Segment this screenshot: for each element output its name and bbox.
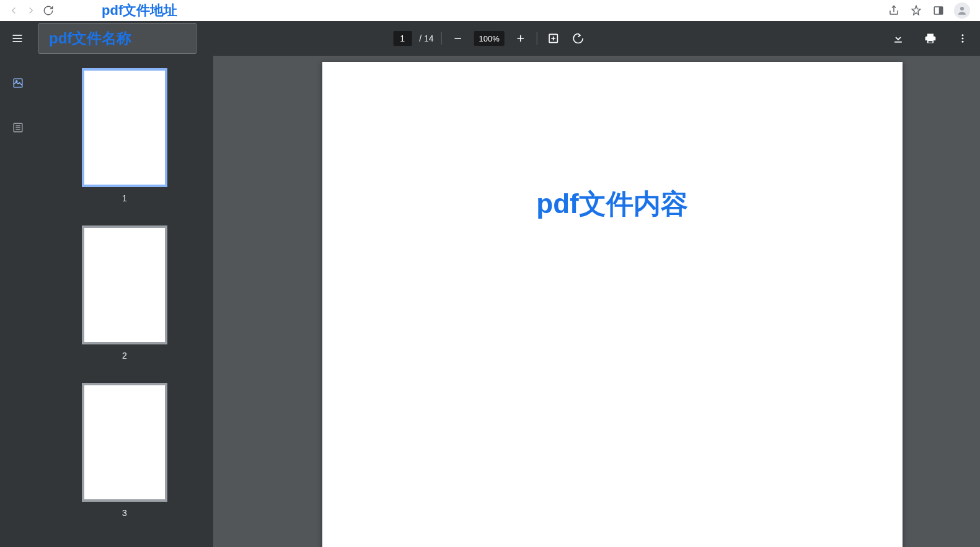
browser-chrome: pdf文件地址 (0, 0, 980, 21)
svg-point-11 (962, 34, 964, 36)
svg-point-13 (962, 41, 964, 43)
bookmark-icon[interactable] (909, 4, 923, 17)
page-sheet: pdf文件内容 (322, 62, 903, 547)
tool-rail (0, 56, 36, 547)
thumbnail-page (82, 68, 167, 187)
back-button[interactable] (5, 2, 22, 19)
more-button[interactable] (954, 30, 971, 47)
divider (441, 32, 442, 45)
page-view[interactable]: pdf文件内容 (213, 56, 980, 547)
forward-button[interactable] (22, 2, 40, 19)
zoom-out-button[interactable] (449, 30, 467, 47)
thumbnail-item[interactable]: 3 (36, 383, 213, 518)
menu-button[interactable] (9, 30, 26, 47)
filename-text: pdf文件名称 (49, 28, 131, 48)
svg-point-15 (16, 81, 17, 82)
share-icon[interactable] (887, 4, 901, 17)
thumbnail-item[interactable]: 2 (36, 225, 213, 361)
thumbnail-page (82, 225, 167, 344)
thumbnail-panel[interactable]: 123 (36, 56, 213, 547)
thumbnail-page (82, 383, 167, 502)
toolbar-right (890, 30, 971, 47)
address-bar[interactable]: pdf文件地址 (64, 2, 331, 19)
thumbnail-label: 2 (122, 351, 127, 361)
page-content: pdf文件内容 (322, 186, 903, 222)
page-input[interactable] (393, 31, 412, 46)
pdf-toolbar: pdf文件名称 / 14 100% (0, 21, 980, 56)
svg-point-2 (960, 7, 964, 11)
profile-avatar[interactable] (954, 2, 970, 19)
svg-rect-1 (939, 7, 943, 14)
svg-rect-10 (894, 42, 902, 43)
zoom-level[interactable]: 100% (474, 31, 505, 46)
browser-actions (887, 2, 975, 19)
toolbar-center: / 14 100% (393, 30, 587, 47)
thumbnail-label: 3 (122, 508, 127, 518)
svg-point-12 (962, 38, 964, 40)
panel-icon[interactable] (932, 4, 945, 17)
filename-box: pdf文件名称 (38, 23, 196, 54)
reload-button[interactable] (40, 2, 57, 19)
thumbnails-icon[interactable] (11, 76, 25, 90)
download-button[interactable] (890, 30, 907, 47)
thumbnail-item[interactable]: 1 (36, 68, 213, 203)
address-text: pdf文件地址 (102, 1, 177, 20)
print-button[interactable] (922, 30, 939, 47)
rotate-button[interactable] (570, 30, 587, 47)
fit-page-button[interactable] (545, 30, 562, 47)
outline-icon[interactable] (11, 120, 25, 135)
pdf-main: 123 pdf文件内容 (0, 56, 980, 547)
zoom-in-button[interactable] (512, 30, 529, 47)
divider (537, 32, 537, 45)
thumbnail-label: 1 (122, 193, 127, 203)
page-total: / 14 (419, 33, 433, 43)
